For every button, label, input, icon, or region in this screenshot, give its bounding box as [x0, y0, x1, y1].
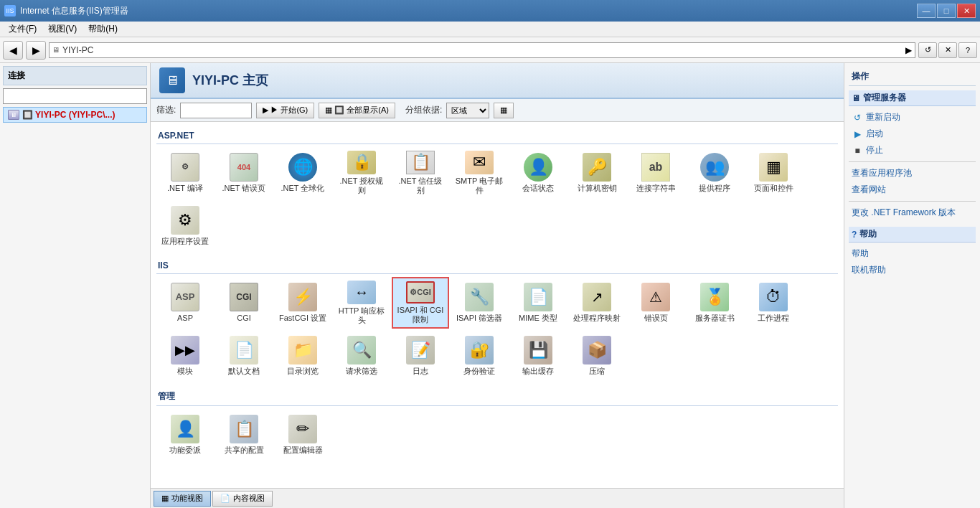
right-change-dotnet-link[interactable]: 更改 .NET Framework 版本 [849, 204, 976, 221]
content-view-button[interactable]: 📄 内容视图 [212, 491, 273, 507]
icon-machine-key[interactable]: 🔑 计算机密钥 [568, 147, 626, 199]
help-question-icon: ? [852, 230, 857, 240]
right-view-sites-link[interactable]: 查看网站 [849, 182, 976, 198]
icon-fastcgi[interactable]: ⚡ FastCGI 设置 [274, 277, 331, 329]
stop-nav-button[interactable]: ✕ [938, 42, 957, 58]
main-layout: 连接 🖥 🔲 YIYI-PC (YIYI-PC\...) 🖥 YIYI-PC 主… [0, 63, 980, 508]
right-panel-title: 操作 [849, 67, 976, 86]
toolbar-right-buttons: ↺ ✕ ? [918, 42, 977, 58]
icon-session[interactable]: 👤 会话状态 [509, 147, 567, 199]
dotnet-trust-icon: 📋 [406, 151, 435, 174]
isapi-filter-label: ISAPI 筛选器 [456, 314, 502, 323]
back-button[interactable]: ◀ [3, 41, 23, 60]
icon-app-settings[interactable]: ⚙ 应用程序设置 [156, 200, 214, 252]
right-stop-link[interactable]: ■ 停止 [849, 142, 976, 159]
content-area: 🖥 YIYI-PC 主页 筛选: ▶ ▶ 开始(G) ▦ 🔲 全部显示(A) 分… [151, 63, 844, 508]
app-icon: IIS [4, 5, 16, 17]
refresh-button[interactable]: ↺ [918, 42, 937, 58]
iis-icons-grid: ASP ASP CGI CGI ⚡ FastCGI 设置 ↔ HTTP 响应标头… [156, 277, 838, 382]
icon-dotnet-auth[interactable]: 🔒 .NET 授权规则 [333, 147, 390, 199]
content-header-title: YIYI-PC 主页 [192, 72, 268, 89]
minimize-button[interactable]: — [917, 4, 936, 18]
dotnet-compile-icon: ⚙ [171, 153, 199, 182]
fastcgi-icon: ⚡ [288, 283, 317, 311]
icon-auth[interactable]: 🔐 身份验证 [451, 330, 508, 382]
address-text: YIYI-PC [62, 45, 903, 55]
icon-asp[interactable]: ASP ASP [156, 277, 214, 329]
icon-isapi-filter[interactable]: 🔧 ISAPI 筛选器 [451, 277, 508, 329]
icon-worker-proc[interactable]: ⏱ 工作进程 [745, 277, 802, 329]
group-select[interactable]: 区域 [446, 103, 489, 118]
icon-func-delegate[interactable]: 👤 功能委派 [156, 409, 214, 461]
icon-dotnet-404[interactable]: 404 .NET 错误页 [215, 147, 273, 199]
filter-input[interactable] [180, 103, 252, 118]
icon-output-cache[interactable]: 💾 输出缓存 [509, 330, 567, 382]
right-online-help-link[interactable]: 联机帮助 [849, 262, 976, 278]
icon-req-filter[interactable]: 🔍 请求筛选 [333, 330, 390, 382]
address-bar: 🖥 YIYI-PC ▶ [49, 42, 915, 58]
titlebar: IIS Internet 信息服务(IIS)管理器 — □ ✕ [0, 0, 980, 22]
section-iis: IIS [156, 258, 838, 274]
right-restart-link[interactable]: ↺ 重新启动 [849, 109, 976, 126]
feature-view-label: 功能视图 [171, 493, 203, 504]
separator1 [849, 161, 976, 162]
start-label: ▶ 开始(G) [270, 105, 308, 116]
menu-file[interactable]: 文件(F) [3, 22, 42, 37]
icon-http-headers[interactable]: ↔ HTTP 响应标头 [333, 277, 390, 329]
shared-config-icon: 📋 [230, 415, 258, 443]
server-cert-label: 服务器证书 [695, 314, 735, 323]
icon-config-editor[interactable]: ✏ 配置编辑器 [274, 409, 331, 461]
start-filter-button[interactable]: ▶ ▶ 开始(G) [256, 103, 314, 118]
icon-cgi[interactable]: CGI CGI [215, 277, 273, 329]
section-manage: 管理 [156, 387, 838, 406]
icon-dotnet-globalize[interactable]: 🌐 .NET 全球化 [274, 147, 331, 199]
right-help-link[interactable]: 帮助 [849, 245, 976, 262]
icon-smtp[interactable]: ✉ SMTP 电子邮件 [451, 147, 508, 199]
icon-log[interactable]: 📝 日志 [392, 330, 449, 382]
show-all-button[interactable]: ▦ 🔲 全部显示(A) [319, 103, 395, 118]
icon-mime[interactable]: 📄 MIME 类型 [509, 277, 567, 329]
titlebar-left: IIS Internet 信息服务(IIS)管理器 [4, 5, 128, 17]
menu-view[interactable]: 视图(V) [42, 22, 83, 37]
cgi-label: CGI [237, 314, 251, 323]
right-help-title: ? 帮助 [849, 227, 976, 243]
menu-help[interactable]: 帮助(H) [83, 22, 123, 37]
close-button[interactable]: ✕ [957, 4, 976, 18]
dir-browse-label: 目录浏览 [287, 367, 319, 376]
feature-view-button[interactable]: ▦ 功能视图 [154, 491, 211, 507]
right-start-link[interactable]: ▶ 启动 [849, 126, 976, 142]
dir-browse-icon: 📁 [288, 336, 317, 364]
sidebar-search-input[interactable] [3, 88, 147, 104]
icon-conn-string[interactable]: ab 连接字符串 [627, 147, 684, 199]
app-settings-label: 应用程序设置 [161, 237, 209, 246]
forward-button[interactable]: ▶ [26, 41, 46, 60]
mime-label: MIME 类型 [519, 314, 557, 323]
start-icon: ▶ [852, 128, 863, 140]
icon-compress[interactable]: 📦 压缩 [568, 330, 626, 382]
icon-error-pages[interactable]: ⚠ 错误页 [627, 277, 684, 329]
icon-providers[interactable]: 👥 提供程序 [686, 147, 743, 199]
session-icon: 👤 [524, 153, 552, 182]
sidebar-server-item[interactable]: 🖥 🔲 YIYI-PC (YIYI-PC\...) [3, 107, 147, 123]
icon-server-cert[interactable]: 🏅 服务器证书 [686, 277, 743, 329]
icon-isapi-cgi[interactable]: ⚙CGI ISAPI 和 CGI 限制 [392, 277, 449, 329]
icon-dotnet-compile[interactable]: ⚙ .NET 编译 [156, 147, 214, 199]
icon-shared-config[interactable]: 📋 共享的配置 [215, 409, 273, 461]
req-filter-label: 请求筛选 [346, 367, 377, 376]
icon-default-doc[interactable]: 📄 默认文档 [215, 330, 273, 382]
question-button[interactable]: ? [958, 42, 977, 58]
sidebar-title: 连接 [3, 66, 147, 85]
right-view-app-pools-link[interactable]: 查看应用程序池 [849, 165, 976, 182]
modules-icon: ▶▶ [171, 336, 199, 364]
grid-view-button[interactable]: ▦ [494, 103, 514, 118]
smtp-label: SMTP 电子邮件 [454, 177, 504, 195]
icon-dotnet-trust[interactable]: 📋 .NET 信任级别 [392, 147, 449, 199]
icon-dir-browse[interactable]: 📁 目录浏览 [274, 330, 331, 382]
icon-modules[interactable]: ▶▶ 模块 [156, 330, 214, 382]
feature-view-icon: ▦ [161, 494, 169, 503]
maximize-button[interactable]: □ [937, 4, 956, 18]
icon-handler-map[interactable]: ↗ 处理程序映射 [568, 277, 626, 329]
icon-pages-controls[interactable]: ▦ 页面和控件 [745, 147, 802, 199]
server-icon: 🖥 [8, 110, 19, 120]
func-delegate-label: 功能委派 [169, 446, 201, 455]
